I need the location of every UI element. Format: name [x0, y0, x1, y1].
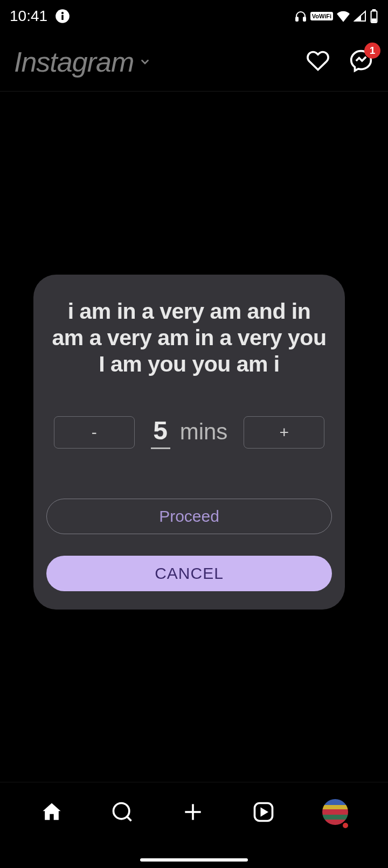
svg-rect-6: [373, 10, 375, 11]
status-bar: 10:41 VoWiFi: [0, 0, 388, 32]
search-icon: [110, 800, 134, 824]
wifi-icon: [336, 10, 350, 22]
info-icon: [55, 9, 70, 24]
notification-dot: [343, 823, 348, 828]
cancel-button[interactable]: CANCEL: [46, 556, 332, 591]
messenger-button[interactable]: 1: [349, 49, 373, 75]
svg-rect-3: [296, 17, 298, 21]
logo-text: Instagram: [14, 46, 134, 78]
svg-rect-4: [303, 17, 306, 21]
app-header: Instagram 1: [0, 32, 388, 92]
duration-value: 5: [151, 416, 170, 449]
messenger-badge: 1: [364, 43, 380, 59]
logo-dropdown[interactable]: Instagram: [14, 46, 151, 78]
proceed-button[interactable]: Proceed: [46, 499, 332, 534]
signal-icon: [354, 10, 366, 22]
dialog-title: i am in a very am and in am a very am in…: [45, 298, 333, 378]
plus-icon: [181, 800, 205, 824]
nav-home[interactable]: [40, 800, 64, 824]
duration-display: 5 mins: [151, 416, 228, 449]
home-icon: [40, 800, 64, 824]
status-right: VoWiFi: [294, 9, 378, 23]
battery-icon: [370, 9, 378, 23]
svg-rect-1: [61, 15, 64, 20]
svg-point-8: [113, 803, 129, 818]
nav-search[interactable]: [110, 800, 134, 824]
avatar: [322, 799, 348, 825]
nav-create[interactable]: [181, 800, 205, 824]
reels-icon: [252, 800, 275, 824]
home-indicator[interactable]: [140, 858, 248, 862]
status-left: 10:41: [10, 8, 70, 25]
bottom-nav: [0, 782, 388, 868]
svg-point-2: [61, 12, 64, 14]
svg-line-9: [127, 817, 131, 821]
decrement-button[interactable]: -: [54, 416, 135, 449]
nav-profile[interactable]: [322, 799, 348, 825]
headphones-icon: [294, 10, 307, 23]
timer-dialog: i am in a very am and in am a very am in…: [33, 275, 345, 610]
chevron-down-icon: [139, 56, 151, 68]
nav-reels[interactable]: [252, 800, 275, 824]
svg-rect-7: [372, 19, 376, 21]
vowifi-badge: VoWiFi: [310, 12, 333, 20]
duration-unit: mins: [180, 419, 228, 445]
activity-button[interactable]: [306, 49, 330, 75]
heart-icon: [306, 49, 330, 73]
duration-stepper: - 5 mins +: [45, 416, 333, 449]
increment-button[interactable]: +: [244, 416, 324, 449]
status-time: 10:41: [10, 8, 47, 25]
